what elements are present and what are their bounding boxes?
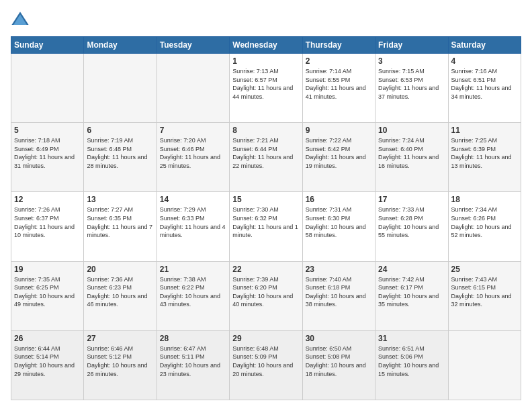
day-info: Sunrise: 7:42 AM Sunset: 6:17 PM Dayligh…	[378, 275, 445, 309]
day-number: 13	[87, 195, 153, 204]
calendar-week-row: 5Sunrise: 7:18 AM Sunset: 6:49 PM Daylig…	[11, 123, 521, 192]
calendar-day-cell: 16Sunrise: 7:31 AM Sunset: 6:30 PM Dayli…	[302, 192, 375, 261]
day-info: Sunrise: 7:19 AM Sunset: 6:48 PM Dayligh…	[87, 136, 153, 170]
calendar-day-cell: 17Sunrise: 7:33 AM Sunset: 6:28 PM Dayli…	[375, 192, 448, 261]
day-number: 20	[87, 265, 153, 274]
calendar-day-cell: 29Sunrise: 6:48 AM Sunset: 5:09 PM Dayli…	[230, 330, 302, 400]
day-number: 24	[378, 265, 445, 274]
day-info: Sunrise: 7:26 AM Sunset: 6:37 PM Dayligh…	[14, 205, 81, 239]
calendar-day-cell: 10Sunrise: 7:24 AM Sunset: 6:40 PM Dayli…	[375, 123, 448, 192]
column-header-wednesday: Wednesday	[230, 37, 302, 54]
calendar-day-cell: 28Sunrise: 6:47 AM Sunset: 5:11 PM Dayli…	[157, 330, 229, 400]
header	[11, 11, 521, 30]
calendar-day-cell	[84, 54, 157, 123]
day-number: 18	[451, 195, 518, 204]
day-number: 26	[14, 334, 81, 343]
page: SundayMondayTuesdayWednesdayThursdayFrid…	[0, 0, 532, 411]
day-info: Sunrise: 6:50 AM Sunset: 5:08 PM Dayligh…	[306, 345, 372, 378]
day-info: Sunrise: 7:21 AM Sunset: 6:44 PM Dayligh…	[232, 136, 299, 170]
day-info: Sunrise: 7:43 AM Sunset: 6:15 PM Dayligh…	[451, 275, 518, 309]
calendar-day-cell: 20Sunrise: 7:36 AM Sunset: 6:23 PM Dayli…	[84, 261, 157, 330]
logo-icon	[11, 11, 30, 30]
day-number: 16	[306, 195, 372, 204]
day-info: Sunrise: 7:16 AM Sunset: 6:51 PM Dayligh…	[451, 67, 518, 101]
calendar-day-cell: 26Sunrise: 6:44 AM Sunset: 5:14 PM Dayli…	[11, 330, 84, 400]
day-info: Sunrise: 7:15 AM Sunset: 6:53 PM Dayligh…	[378, 67, 445, 101]
day-info: Sunrise: 7:27 AM Sunset: 6:35 PM Dayligh…	[87, 205, 153, 239]
day-number: 4	[451, 56, 518, 66]
day-number: 12	[14, 195, 81, 204]
day-number: 11	[451, 126, 518, 135]
day-number: 22	[232, 265, 299, 274]
day-info: Sunrise: 6:46 AM Sunset: 5:12 PM Dayligh…	[87, 345, 153, 378]
calendar-day-cell: 12Sunrise: 7:26 AM Sunset: 6:37 PM Dayli…	[11, 192, 84, 261]
day-number: 10	[378, 126, 445, 135]
day-info: Sunrise: 7:30 AM Sunset: 6:32 PM Dayligh…	[232, 205, 299, 239]
calendar-day-cell: 8Sunrise: 7:21 AM Sunset: 6:44 PM Daylig…	[230, 123, 302, 192]
day-number: 25	[451, 265, 518, 274]
day-info: Sunrise: 7:39 AM Sunset: 6:20 PM Dayligh…	[232, 275, 299, 309]
calendar-day-cell: 22Sunrise: 7:39 AM Sunset: 6:20 PM Dayli…	[230, 261, 302, 330]
calendar-day-cell: 15Sunrise: 7:30 AM Sunset: 6:32 PM Dayli…	[230, 192, 302, 261]
calendar-day-cell: 19Sunrise: 7:35 AM Sunset: 6:25 PM Dayli…	[11, 261, 84, 330]
calendar-day-cell: 27Sunrise: 6:46 AM Sunset: 5:12 PM Dayli…	[84, 330, 157, 400]
calendar-week-row: 19Sunrise: 7:35 AM Sunset: 6:25 PM Dayli…	[11, 261, 521, 330]
calendar-day-cell: 13Sunrise: 7:27 AM Sunset: 6:35 PM Dayli…	[84, 192, 157, 261]
day-info: Sunrise: 7:25 AM Sunset: 6:39 PM Dayligh…	[451, 136, 518, 170]
day-info: Sunrise: 7:33 AM Sunset: 6:28 PM Dayligh…	[378, 205, 445, 239]
calendar-day-cell: 31Sunrise: 6:51 AM Sunset: 5:06 PM Dayli…	[375, 330, 448, 400]
day-info: Sunrise: 7:35 AM Sunset: 6:25 PM Dayligh…	[14, 275, 81, 309]
day-info: Sunrise: 7:36 AM Sunset: 6:23 PM Dayligh…	[87, 275, 153, 309]
day-info: Sunrise: 7:38 AM Sunset: 6:22 PM Dayligh…	[160, 275, 226, 309]
day-info: Sunrise: 7:22 AM Sunset: 6:42 PM Dayligh…	[306, 136, 372, 170]
day-number: 27	[87, 334, 153, 343]
calendar-day-cell	[448, 330, 521, 400]
column-header-monday: Monday	[84, 37, 157, 54]
day-info: Sunrise: 7:13 AM Sunset: 6:57 PM Dayligh…	[232, 67, 299, 101]
day-info: Sunrise: 7:14 AM Sunset: 6:55 PM Dayligh…	[306, 67, 372, 101]
logo	[11, 11, 32, 30]
calendar-header-row: SundayMondayTuesdayWednesdayThursdayFrid…	[11, 37, 521, 54]
day-number: 29	[232, 334, 299, 343]
day-number: 6	[87, 126, 153, 135]
day-info: Sunrise: 6:47 AM Sunset: 5:11 PM Dayligh…	[160, 345, 226, 378]
day-number: 17	[378, 195, 445, 204]
calendar-day-cell: 18Sunrise: 7:34 AM Sunset: 6:26 PM Dayli…	[448, 192, 521, 261]
column-header-thursday: Thursday	[302, 37, 375, 54]
calendar-day-cell: 25Sunrise: 7:43 AM Sunset: 6:15 PM Dayli…	[448, 261, 521, 330]
calendar-week-row: 1Sunrise: 7:13 AM Sunset: 6:57 PM Daylig…	[11, 54, 521, 123]
day-info: Sunrise: 7:20 AM Sunset: 6:46 PM Dayligh…	[160, 136, 226, 170]
calendar-week-row: 12Sunrise: 7:26 AM Sunset: 6:37 PM Dayli…	[11, 192, 521, 261]
day-number: 28	[160, 334, 226, 343]
calendar-day-cell: 9Sunrise: 7:22 AM Sunset: 6:42 PM Daylig…	[302, 123, 375, 192]
calendar-day-cell	[157, 54, 229, 123]
column-header-tuesday: Tuesday	[157, 37, 229, 54]
day-number: 19	[14, 265, 81, 274]
day-number: 9	[306, 126, 372, 135]
day-number: 31	[378, 334, 445, 343]
column-header-sunday: Sunday	[11, 37, 84, 54]
calendar-day-cell: 30Sunrise: 6:50 AM Sunset: 5:08 PM Dayli…	[302, 330, 375, 400]
day-info: Sunrise: 7:29 AM Sunset: 6:33 PM Dayligh…	[160, 205, 226, 239]
calendar-table: SundayMondayTuesdayWednesdayThursdayFrid…	[11, 36, 521, 400]
day-number: 8	[232, 126, 299, 135]
calendar-day-cell: 23Sunrise: 7:40 AM Sunset: 6:18 PM Dayli…	[302, 261, 375, 330]
day-number: 1	[232, 56, 299, 66]
day-info: Sunrise: 6:44 AM Sunset: 5:14 PM Dayligh…	[14, 345, 81, 378]
column-header-friday: Friday	[375, 37, 448, 54]
calendar-day-cell: 24Sunrise: 7:42 AM Sunset: 6:17 PM Dayli…	[375, 261, 448, 330]
day-info: Sunrise: 7:18 AM Sunset: 6:49 PM Dayligh…	[14, 136, 81, 170]
calendar-day-cell: 4Sunrise: 7:16 AM Sunset: 6:51 PM Daylig…	[448, 54, 521, 123]
calendar-day-cell: 1Sunrise: 7:13 AM Sunset: 6:57 PM Daylig…	[230, 54, 302, 123]
calendar-day-cell: 5Sunrise: 7:18 AM Sunset: 6:49 PM Daylig…	[11, 123, 84, 192]
calendar-day-cell: 7Sunrise: 7:20 AM Sunset: 6:46 PM Daylig…	[157, 123, 229, 192]
day-number: 3	[378, 56, 445, 66]
day-number: 5	[14, 126, 81, 135]
day-number: 30	[306, 334, 372, 343]
day-info: Sunrise: 6:51 AM Sunset: 5:06 PM Dayligh…	[378, 345, 445, 378]
day-number: 7	[160, 126, 226, 135]
calendar-week-row: 26Sunrise: 6:44 AM Sunset: 5:14 PM Dayli…	[11, 330, 521, 400]
calendar-day-cell	[11, 54, 84, 123]
calendar-day-cell: 6Sunrise: 7:19 AM Sunset: 6:48 PM Daylig…	[84, 123, 157, 192]
day-number: 14	[160, 195, 226, 204]
